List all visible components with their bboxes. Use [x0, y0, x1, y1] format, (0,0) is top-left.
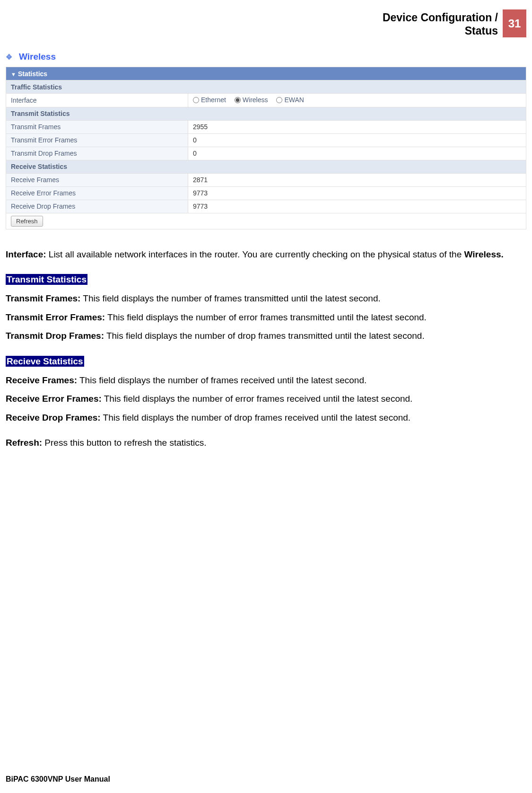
- tx-frames-value: 2955: [188, 120, 526, 133]
- receive-statistics-heading: Recieve Statistics: [6, 355, 526, 368]
- radio-ethernet[interactable]: [193, 97, 199, 103]
- table-row: Receive Frames2871: [6, 173, 526, 186]
- table-row: Receive Error Frames9773: [6, 186, 526, 200]
- interface-radio-wireless[interactable]: Wireless: [235, 96, 268, 104]
- diamond-bullet-icon: ❖: [6, 53, 12, 62]
- receive-drop-desc: Receive Drop Frames: This field displays…: [6, 412, 526, 424]
- traffic-statistics-header: Traffic Statistics: [6, 80, 526, 94]
- table-row: Transmit Drop Frames0: [6, 147, 526, 160]
- tx-drop-label: Transmit Drop Frames: [6, 147, 188, 160]
- transmit-error-desc: Transmit Error Frames: This field displa…: [6, 311, 526, 324]
- interface-description: Interface: List all available network in…: [6, 248, 526, 261]
- radio-ewan[interactable]: [276, 97, 282, 103]
- refresh-row: Refresh: [6, 213, 526, 229]
- radio-wireless[interactable]: [235, 97, 241, 103]
- header-title: Device Configuration / Status: [383, 9, 498, 37]
- tx-error-value: 0: [188, 133, 526, 147]
- section-title-text: Wireless: [19, 52, 56, 62]
- rx-error-label: Receive Error Frames: [6, 186, 188, 200]
- table-row: Receive Drop Frames9773: [6, 200, 526, 213]
- rx-frames-value: 2871: [188, 173, 526, 186]
- transmit-drop-desc: Transmit Drop Frames: This field display…: [6, 330, 526, 342]
- page-header: Device Configuration / Status 31: [6, 9, 526, 37]
- receive-error-desc: Receive Error Frames: This field display…: [6, 393, 526, 405]
- rx-error-value: 9773: [188, 186, 526, 200]
- transmit-statistics-header: Transmit Statistics: [6, 107, 526, 120]
- receive-frames-desc: Receive Frames: This field displays the …: [6, 374, 526, 387]
- rx-drop-label: Receive Drop Frames: [6, 200, 188, 213]
- refresh-button[interactable]: Refresh: [11, 216, 43, 227]
- transmit-frames-desc: Transmit Frames: This field displays the…: [6, 292, 526, 305]
- statistics-panel: ▼Statistics Traffic Statistics Interface…: [6, 67, 526, 229]
- interface-radio-ethernet[interactable]: Ethernet: [193, 96, 226, 104]
- section-title: ❖ Wireless: [6, 52, 526, 62]
- interface-radio-ewan[interactable]: EWAN: [276, 96, 304, 104]
- tx-frames-label: Transmit Frames: [6, 120, 188, 133]
- header-title-line1: Device Configuration /: [383, 11, 498, 24]
- refresh-description: Refresh: Press this button to refresh th…: [6, 437, 526, 449]
- table-row: Transmit Error Frames0: [6, 133, 526, 147]
- rx-frames-label: Receive Frames: [6, 173, 188, 186]
- footer-text: BiPAC 6300VNP User Manual: [6, 775, 110, 784]
- tx-drop-value: 0: [188, 147, 526, 160]
- table-row: Transmit Frames2955: [6, 120, 526, 133]
- rx-drop-value: 9773: [188, 200, 526, 213]
- header-title-line2: Status: [465, 25, 498, 37]
- interface-options: Ethernet Wireless EWAN: [188, 94, 526, 107]
- statistics-header: ▼Statistics: [6, 67, 526, 80]
- transmit-statistics-heading: Transmit Statistics: [6, 273, 526, 286]
- tx-error-label: Transmit Error Frames: [6, 133, 188, 147]
- chevron-down-icon: ▼: [11, 71, 16, 77]
- receive-statistics-header: Receive Statistics: [6, 160, 526, 173]
- page-number-badge: 31: [503, 9, 526, 37]
- interface-label: Interface: [6, 94, 188, 107]
